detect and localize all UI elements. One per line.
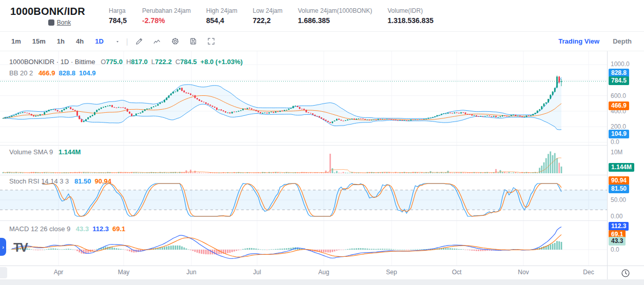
stat-low-24jam: Low 24jam722,2 — [252, 7, 282, 25]
stat-high-24jam: High 24jam854,4 — [206, 7, 238, 25]
volume-value: 1.144M — [58, 148, 81, 156]
axis-tick: 1000.0 — [611, 60, 630, 68]
axis-tick: 0.0 — [611, 138, 619, 146]
month-label: Apr — [54, 269, 64, 276]
sidebar-expand-button[interactable]: › — [0, 238, 6, 256]
pair-title: 1000BONK/IDR — [10, 6, 99, 17]
bb-legend-title: BB 20 2 — [9, 69, 33, 77]
line-chart-icon[interactable] — [153, 37, 162, 46]
axis-price-badge: 1.144M — [609, 163, 634, 172]
fullscreen-icon[interactable] — [207, 37, 216, 46]
axis-price-badge: 466.9 — [609, 101, 629, 110]
pane-resize-handle[interactable] — [0, 267, 7, 278]
view-tab-trading-view[interactable]: Trading View — [558, 37, 599, 45]
interval-group: 1m15m1h4h1D — [11, 37, 115, 45]
axis-tick: 0.0 — [611, 246, 619, 253]
month-label: Dec — [583, 269, 594, 276]
bb-value: 828.8 — [58, 69, 75, 77]
market-header: 1000BONK/IDR Bonk Harga784,5Perubahan 24… — [0, 0, 644, 32]
axis-price-badge: 112.3 — [609, 222, 629, 231]
symbol-legend-title: 1000BONKIDR · 1D · Bittime — [9, 58, 95, 66]
month-label: May — [118, 269, 130, 276]
stat-perubahan-24jam: Perubahan 24jam-2.78% — [142, 7, 191, 25]
toolbar-divider: | — [126, 37, 128, 46]
pencil-icon[interactable] — [135, 37, 144, 46]
market-stats: Harga784,5Perubahan 24jam-2.78%High 24ja… — [109, 7, 434, 25]
month-label: Sep — [386, 269, 397, 276]
tool-icon-group — [135, 37, 225, 46]
stoch-value: 90.94 — [95, 177, 112, 185]
tradingview-logo[interactable]: TV — [13, 240, 27, 255]
bb-value: 466.9 — [38, 69, 55, 77]
view-tab-depth[interactable]: Depth — [613, 37, 632, 45]
axis-tick: 600.0 — [611, 92, 626, 99]
bb-value: 104.9 — [79, 69, 96, 77]
chart-toolbar: 1m15m1h4h1D | Trading ViewDepth — [0, 32, 644, 51]
change-value: +8.0 (+1.03%) — [201, 58, 243, 66]
axis-price-badge: 90.94 — [609, 176, 629, 185]
macd-legend-title: MACD 12 26 close 9 — [9, 225, 70, 233]
gear-icon[interactable] — [171, 37, 180, 46]
axis-price-badge: 784.5 — [609, 76, 629, 85]
stat-volume-idr: Volume(IDR)1.318.536.835 — [387, 7, 434, 25]
save-icon[interactable] — [189, 37, 198, 46]
trading-page: 1000BONK/IDR Bonk Harga784,5Perubahan 24… — [0, 0, 644, 285]
axis-tick: 10M — [611, 149, 622, 156]
month-label: Oct — [452, 269, 462, 276]
month-label: Jun — [186, 269, 196, 276]
main-pane-legend: 1000BONKIDR · 1D · Bittime O775.0H817.0L… — [9, 58, 243, 66]
axis-price-badge: 43.3 — [609, 237, 626, 246]
axis-tick: 200.0 — [611, 123, 626, 130]
interval-15m[interactable]: 15m — [32, 37, 46, 45]
chart-area: 1000BONKIDR · 1D · Bittime O775.0H817.0L… — [0, 51, 644, 285]
stoch-legend-title: Stoch RSI 14 14 3 3 — [9, 177, 69, 185]
coin-row: Bonk — [29, 19, 90, 26]
volume-legend: Volume SMA 9 1.144M — [9, 148, 81, 156]
axis-tick: 0.00 — [611, 213, 622, 220]
interval-1d[interactable]: 1D — [95, 37, 104, 45]
macd-value: 112.3 — [92, 225, 109, 233]
axis-tick: 50.00 — [611, 196, 626, 203]
macd-value: 69.1 — [112, 225, 125, 233]
bb-legend: BB 20 2 466.9828.8104.9 — [9, 69, 96, 77]
month-label: Nov — [518, 269, 529, 276]
stat-harga: Harga784,5 — [109, 7, 127, 25]
interval-1m[interactable]: 1m — [11, 37, 21, 45]
stoch-value: 81.50 — [74, 177, 91, 185]
coin-link[interactable]: Bonk — [57, 19, 71, 26]
axis-price-badge: 104.9 — [609, 130, 629, 138]
ohlc-values: O775.0H817.0L722.2C784.5+8.0 (+1.03%) — [97, 58, 243, 66]
volume-legend-title: Volume SMA 9 — [9, 148, 53, 156]
view-tab-group: Trading ViewDepth — [558, 37, 632, 45]
macd-value: 43.3 — [76, 225, 89, 233]
pair-block: 1000BONK/IDR Bonk — [10, 6, 99, 26]
chevron-down-icon[interactable] — [115, 39, 120, 44]
month-label: Jul — [253, 269, 261, 276]
axis-price-badge: 81.50 — [609, 185, 629, 193]
interval-4h[interactable]: 4h — [76, 37, 84, 45]
coin-logo-icon — [48, 19, 54, 26]
macd-legend: MACD 12 26 close 9 43.3112.369.1 — [9, 225, 125, 233]
price-chart-canvas[interactable] — [0, 51, 644, 285]
timezone-clock-icon[interactable] — [620, 268, 631, 278]
stat-volume-24jam-1000bonk: Volume 24jam(1000BONK)1.686.385 — [298, 7, 373, 25]
month-label: Aug — [318, 269, 329, 276]
stoch-rsi-legend: Stoch RSI 14 14 3 3 81.5090.94 — [9, 177, 111, 185]
interval-1h[interactable]: 1h — [57, 37, 65, 45]
